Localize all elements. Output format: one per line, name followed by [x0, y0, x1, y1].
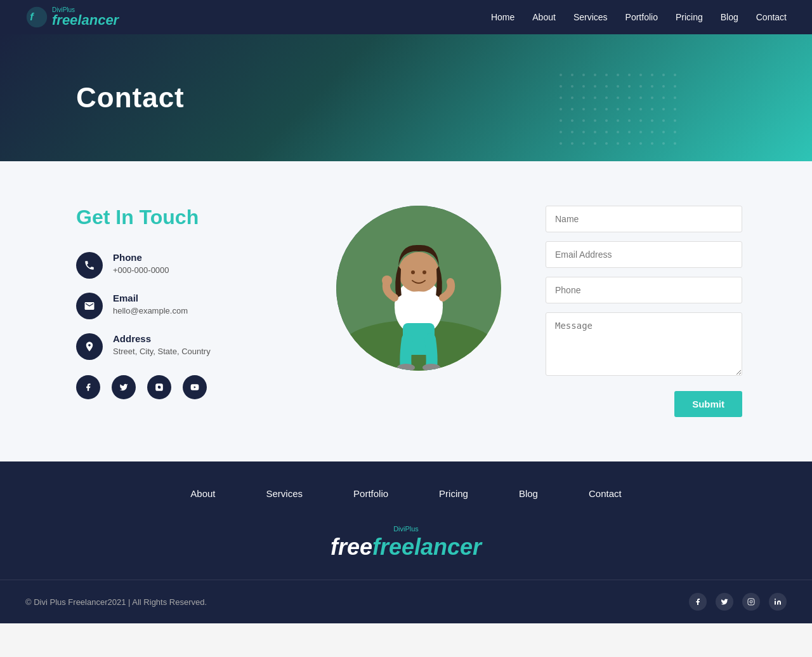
- phone-field-group: [546, 277, 742, 303]
- svg-point-10: [398, 252, 439, 293]
- nav-contact[interactable]: Contact: [756, 12, 787, 22]
- svg-point-12: [422, 270, 426, 274]
- email-item: Email hello@example.com: [76, 293, 292, 319]
- svg-point-20: [775, 599, 776, 600]
- svg-rect-17: [748, 599, 754, 605]
- contact-section: Get In Touch Phone +000-000-0000 Email h…: [0, 161, 812, 461]
- name-input[interactable]: [546, 206, 742, 232]
- contact-form: Submit: [546, 206, 742, 417]
- nav-services[interactable]: Services: [573, 12, 608, 22]
- contact-info: Get In Touch Phone +000-000-0000 Email h…: [76, 206, 292, 399]
- navigation: f DiviPlus freelancer Home About Service…: [0, 0, 812, 34]
- footer-contact[interactable]: Contact: [589, 488, 622, 499]
- footer-nav: About Services Portfolio Pricing Blog Co…: [0, 461, 812, 512]
- footer-facebook-icon[interactable]: [689, 593, 707, 611]
- svg-point-18: [750, 601, 752, 603]
- svg-point-11: [411, 270, 415, 274]
- phone-icon: [76, 252, 103, 279]
- profile-image-wrap: [330, 206, 508, 371]
- footer-portfolio[interactable]: Portfolio: [353, 488, 388, 499]
- instagram-icon[interactable]: [147, 375, 171, 399]
- footer-twitter-icon[interactable]: [716, 593, 733, 611]
- footer-about[interactable]: About: [190, 488, 215, 499]
- address-text: Address Street, City, State, Country: [113, 333, 211, 357]
- email-icon: [76, 293, 103, 319]
- copyright: © Divi Plus Freelancer2021 | All Rights …: [25, 597, 207, 607]
- message-input[interactable]: [546, 312, 742, 376]
- name-field-group: [546, 206, 742, 232]
- footer-brand-sub: DiviPlus: [0, 525, 812, 533]
- address-item: Address Street, City, State, Country: [76, 333, 292, 360]
- contact-heading: Get In Touch: [76, 206, 292, 229]
- nav-blog[interactable]: Blog: [721, 12, 738, 22]
- footer: About Services Portfolio Pricing Blog Co…: [0, 461, 812, 623]
- phone-text: Phone +000-000-0000: [113, 252, 169, 275]
- email-text: Email hello@example.com: [113, 293, 188, 316]
- submit-button[interactable]: Submit: [674, 391, 742, 417]
- youtube-icon[interactable]: [183, 375, 207, 399]
- page-title: Contact: [76, 82, 185, 114]
- footer-social-icons: [689, 593, 787, 611]
- svg-point-13: [395, 291, 443, 317]
- nav-home[interactable]: Home: [491, 12, 514, 22]
- hero-banner: Contact: [0, 34, 812, 161]
- footer-blog[interactable]: Blog: [519, 488, 538, 499]
- svg-rect-3: [558, 72, 685, 149]
- footer-pricing[interactable]: Pricing: [439, 488, 468, 499]
- nav-about[interactable]: About: [532, 12, 556, 22]
- footer-services[interactable]: Services: [266, 488, 303, 499]
- social-icons: [76, 375, 292, 399]
- decorative-dots: [558, 72, 685, 149]
- brand-name: freelancer: [52, 12, 119, 28]
- location-icon: [76, 333, 103, 360]
- svg-point-19: [752, 600, 753, 601]
- nav-portfolio[interactable]: Portfolio: [625, 12, 658, 22]
- nav-links: Home About Services Portfolio Pricing Bl…: [491, 11, 787, 23]
- message-field-group: [546, 312, 742, 378]
- phone-item: Phone +000-000-0000: [76, 252, 292, 279]
- footer-brand-name: freefreelancer: [331, 534, 481, 560]
- phone-input[interactable]: [546, 277, 742, 303]
- profile-image: [336, 206, 501, 371]
- nav-pricing[interactable]: Pricing: [676, 12, 703, 22]
- facebook-icon[interactable]: [76, 375, 100, 399]
- svg-point-14: [382, 275, 392, 286]
- footer-logo: DiviPlus freefreelancer: [0, 512, 812, 580]
- email-field-group: [546, 241, 742, 268]
- footer-linkedin-icon[interactable]: [769, 593, 787, 611]
- footer-instagram-icon[interactable]: [742, 593, 760, 611]
- twitter-icon[interactable]: [112, 375, 136, 399]
- footer-bottom: © Divi Plus Freelancer2021 | All Rights …: [0, 580, 812, 623]
- email-input[interactable]: [546, 241, 742, 268]
- logo[interactable]: f DiviPlus freelancer: [25, 6, 119, 29]
